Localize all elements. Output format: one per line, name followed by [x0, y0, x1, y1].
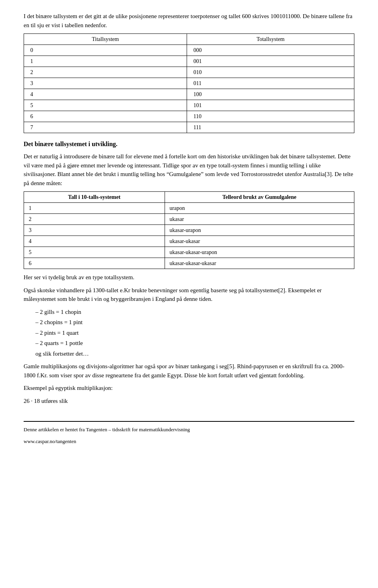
gumulgalene-tall-cell: 2 [24, 214, 165, 225]
binary-table-col1-header: Titallsystem [24, 34, 187, 45]
measurement-list: – 2 gills = 1 chopin– 2 chopins = 1 pint… [24, 308, 354, 348]
footer-link[interactable]: www.caspar.no/tangenten [24, 438, 76, 444]
table-row: 4100 [24, 89, 354, 100]
binary-titall-cell: 5 [24, 100, 187, 111]
gumulgalene-telleord-cell: urapon [165, 203, 354, 214]
binary-totall-cell: 111 [187, 122, 354, 133]
binary-totall-cell: 110 [187, 111, 354, 122]
math-line: 26 · 18 utføres slik [24, 397, 354, 406]
binary-table: Titallsystem Totallsystem 00001001201030… [24, 33, 354, 133]
list-item: – 2 pints = 1 quart [35, 328, 354, 338]
table-row: 2010 [24, 67, 354, 78]
gumulgalene-telleord-cell: ukasar-ukasar [165, 236, 354, 247]
binary-totall-cell: 010 [187, 67, 354, 78]
binary-titall-cell: 1 [24, 56, 187, 67]
table-row: 5ukasar-ukasar-urapon [24, 247, 354, 258]
table-row: 5101 [24, 100, 354, 111]
binary-totall-cell: 001 [187, 56, 354, 67]
binary-table-col2-header: Totallsystem [187, 34, 354, 45]
table-row: 4ukasar-ukasar [24, 236, 354, 247]
footer: Denne artikkelen er hentet fra Tangenten… [24, 421, 354, 451]
table-row: 6110 [24, 111, 354, 122]
binary-totall-cell: 100 [187, 89, 354, 100]
binary-titall-cell: 3 [24, 78, 187, 89]
binary-titall-cell: 6 [24, 111, 187, 122]
binary-titall-cell: 4 [24, 89, 187, 100]
section-title: Det binære tallsystemet i utvikling. [24, 139, 354, 149]
gumulgalene-telleord-cell: ukasar [165, 214, 354, 225]
intro-paragraph: I det binære tallsystem er det gitt at d… [24, 12, 354, 30]
gumulgalene-table: Tall i 10-talls-systemet Telleord brukt … [24, 191, 354, 269]
table-row: 1urapon [24, 203, 354, 214]
body-para2: Her ser vi tydelig bruk av en type total… [24, 273, 354, 282]
table-row: 3ukasar-urapon [24, 225, 354, 236]
table-row: 2ukasar [24, 214, 354, 225]
body-para4: Gamle multiplikasjons og divisjons-algor… [24, 362, 354, 380]
list-item: – 2 quarts = 1 pottle [35, 339, 354, 348]
binary-titall-cell: 0 [24, 45, 187, 56]
list-end: og slik fortsetter det… [35, 349, 354, 358]
binary-totall-cell: 000 [187, 45, 354, 56]
footer-text: Denne artikkelen er hentet fra Tangenten… [24, 426, 354, 434]
table-row: 0000 [24, 45, 354, 56]
gumulgalene-tall-cell: 1 [24, 203, 165, 214]
binary-titall-cell: 2 [24, 67, 187, 78]
table-row: 7111 [24, 122, 354, 133]
binary-totall-cell: 011 [187, 78, 354, 89]
table-row: 6ukasar-ukasar-ukasar [24, 258, 354, 269]
body-para3: Også skotske vinhandlere på 1300-tallet … [24, 286, 354, 304]
gumulgalene-telleord-cell: ukasar-ukasar-ukasar [165, 258, 354, 269]
list-item: – 2 chopins = 1 pint [35, 318, 354, 327]
gumulgalene-tall-cell: 3 [24, 225, 165, 236]
gumulgalene-telleord-cell: ukasar-ukasar-urapon [165, 247, 354, 258]
body-para5: Eksempel på egyptisk multiplikasjon: [24, 384, 354, 393]
body-para1: Det er naturlig å introdusere de binære … [24, 152, 354, 187]
footer-url[interactable]: www.caspar.no/tangenten [24, 438, 354, 445]
gumulgalene-tall-cell: 6 [24, 258, 165, 269]
gumulgalene-tall-cell: 4 [24, 236, 165, 247]
list-item: – 2 gills = 1 chopin [35, 308, 354, 317]
table-row: 1001 [24, 56, 354, 67]
binary-totall-cell: 101 [187, 100, 354, 111]
binary-titall-cell: 7 [24, 122, 187, 133]
gumulgalene-telleord-cell: ukasar-urapon [165, 225, 354, 236]
gumulgalene-col1-header: Tall i 10-talls-systemet [24, 192, 165, 203]
gumulgalene-col2-header: Telleord brukt av Gumulgalene [165, 192, 354, 203]
main-content: I det binære tallsystem er det gitt at d… [24, 12, 354, 405]
gumulgalene-tall-cell: 5 [24, 247, 165, 258]
table-row: 3011 [24, 78, 354, 89]
